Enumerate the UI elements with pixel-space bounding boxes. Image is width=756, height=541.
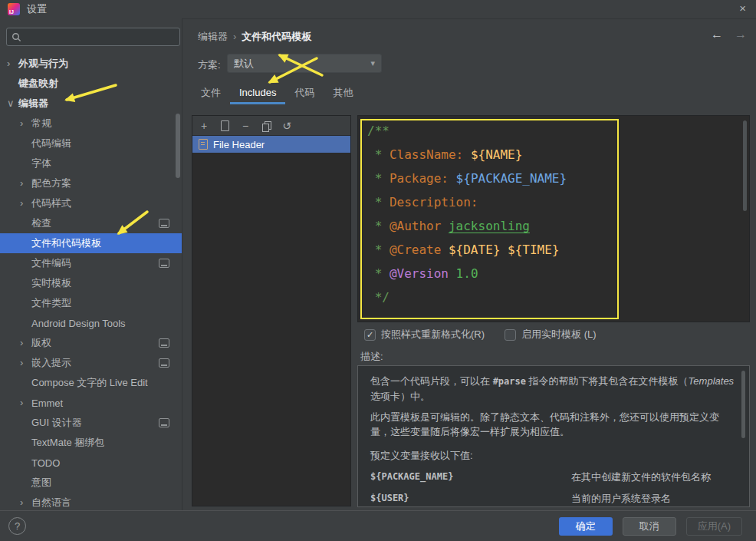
template-editor[interactable]: /** * ClassName: ${NAME} * Package: ${PA…	[357, 115, 750, 322]
sidebar-item-general[interactable]: ›常规	[0, 114, 182, 134]
chevron-right-icon: ›	[20, 333, 31, 353]
back-icon[interactable]: ←	[711, 28, 723, 41]
sidebar-item-compose-live-edit[interactable]: Compose 文字的 Live Edit	[0, 373, 182, 393]
sidebar-item-keymap[interactable]: 键盘映射	[0, 74, 182, 94]
sidebar-item-color-scheme[interactable]: ›配色方案	[0, 173, 182, 193]
settings-badge-icon	[159, 259, 169, 268]
sidebar-item-todo[interactable]: TODO	[0, 453, 182, 473]
window-title: 设置	[27, 2, 47, 16]
search-icon	[12, 32, 21, 42]
sidebar-item-editor[interactable]: ∨编辑器	[0, 94, 182, 114]
breadcrumb-separator-icon: ›	[233, 31, 236, 42]
copy-icon[interactable]	[260, 120, 272, 132]
sidebar-item-code-editing[interactable]: 代码编辑	[0, 134, 182, 153]
sidebar-item-textmate[interactable]: TextMate 捆绑包	[0, 433, 182, 453]
sidebar-item-code-style[interactable]: ›代码样式	[0, 193, 182, 213]
settings-badge-icon	[159, 418, 169, 427]
remove-icon[interactable]: −	[239, 120, 251, 132]
scheme-label: 方案:	[198, 58, 221, 72]
code-line: * @Author jacksonling	[367, 214, 567, 238]
sidebar-item-android-design-tools[interactable]: Android Design Tools	[0, 313, 182, 333]
tab-other[interactable]: 其他	[324, 81, 362, 104]
variable-row: ${PACKAGE_NAME} 在其中创建新文件的软件包名称	[370, 470, 737, 484]
search-input[interactable]	[21, 31, 179, 43]
breadcrumb-parent[interactable]: 编辑器	[198, 31, 228, 42]
chevron-right-icon: ›	[20, 173, 31, 193]
tab-code[interactable]: 代码	[285, 81, 324, 104]
ok-button[interactable]: 确定	[559, 517, 613, 536]
settings-badge-icon	[159, 358, 169, 368]
history-nav: ← →	[711, 28, 747, 41]
check-icon: ✓	[366, 330, 373, 340]
description-paragraph-3: 预定义变量接收以下值:	[370, 448, 737, 463]
scheme-dropdown[interactable]: 默认 ▾	[227, 54, 382, 73]
breadcrumb: 编辑器›文件和代码模板	[198, 30, 311, 44]
dialog-footer: ? 确定 取消 应用(A)	[0, 510, 756, 541]
description-paragraph-1: 包含一个代码片段，可以在 #parse 指令的帮助下将其包含在文件模板（Temp…	[370, 374, 737, 404]
code-line: /**	[367, 119, 567, 143]
sidebar-item-font[interactable]: 字体	[0, 153, 182, 173]
sidebar-item-appearance-behavior[interactable]: ›外观与行为	[0, 54, 182, 74]
code-line: * Description:	[367, 190, 567, 214]
apply-button: 应用(A)	[686, 517, 742, 536]
title-bar: IJ 设置 ×	[0, 0, 756, 19]
variable-row: ${USER} 当前的用户系统登录名	[370, 491, 737, 506]
sidebar-scrollbar[interactable]	[176, 114, 180, 178]
sidebar-item-emmet[interactable]: ›Emmet	[0, 393, 182, 413]
parse-directive: #parse	[493, 376, 526, 387]
code-line: * @Create ${DATE} ${TIME}	[367, 238, 567, 262]
settings-search-box[interactable]	[6, 28, 180, 46]
close-icon[interactable]: ×	[739, 2, 746, 15]
forward-icon[interactable]: →	[735, 28, 747, 41]
chevron-down-icon: ∨	[7, 94, 18, 114]
template-list-panel: + − ↺ File Header	[192, 115, 351, 506]
revert-icon[interactable]: ↺	[281, 120, 293, 132]
chevron-right-icon: ›	[20, 114, 31, 134]
list-item-file-header[interactable]: File Header	[192, 136, 350, 153]
reformat-label: 按照样式重新格式化(R)	[381, 328, 485, 341]
create-template-icon[interactable]	[219, 120, 231, 132]
scheme-value: 默认	[234, 57, 254, 71]
sidebar-item-inlay-hints[interactable]: ›嵌入提示	[0, 353, 182, 373]
page-title: 文件和代码模板	[242, 31, 311, 42]
chevron-down-icon: ▾	[370, 58, 375, 68]
tab-files[interactable]: 文件	[192, 81, 230, 104]
reformat-checkbox[interactable]: ✓	[364, 329, 376, 341]
live-templates-checkbox[interactable]	[505, 329, 516, 341]
settings-tree: ›外观与行为 键盘映射 ∨编辑器 ›常规 代码编辑 字体 ›配色方案 ›代码样式…	[0, 54, 182, 513]
sidebar-item-file-types[interactable]: 文件类型	[0, 293, 182, 313]
code-line: */	[367, 285, 567, 309]
description-scrollbar[interactable]	[741, 371, 745, 438]
code-line: * @Version 1.0	[367, 262, 567, 285]
sidebar-item-file-and-code-templates[interactable]: 文件和代码模板	[0, 233, 182, 253]
sidebar-item-inspections[interactable]: 检查	[0, 213, 182, 233]
code-line: * Package: ${PACKAGE_NAME}	[367, 167, 567, 190]
editor-scrollbar[interactable]	[743, 120, 747, 211]
help-icon[interactable]: ?	[8, 517, 26, 535]
add-icon[interactable]: +	[198, 120, 210, 132]
description-label: 描述:	[360, 350, 383, 364]
template-options: ✓ 按照样式重新格式化(R) 启用实时模板 (L)	[364, 328, 597, 341]
chevron-right-icon: ›	[20, 353, 31, 373]
settings-badge-icon	[159, 338, 169, 348]
chevron-right-icon: ›	[7, 54, 18, 74]
code-line: * ClassName: ${NAME}	[367, 143, 567, 167]
template-file-icon	[199, 139, 208, 150]
list-toolbar: + − ↺	[192, 116, 350, 136]
sidebar-item-intentions[interactable]: 意图	[0, 473, 182, 493]
intellij-logo-icon: IJ	[8, 3, 20, 15]
settings-sidebar: ›外观与行为 键盘映射 ∨编辑器 ›常规 代码编辑 字体 ›配色方案 ›代码样式…	[0, 18, 182, 511]
sidebar-item-file-encodings[interactable]: 文件编码	[0, 253, 182, 273]
chevron-right-icon: ›	[20, 393, 31, 413]
description-paragraph-2: 此内置模板是可编辑的。除了静态文本、代码和注释外，您还可以使用预定义变量，这些变…	[370, 410, 737, 439]
cancel-button[interactable]: 取消	[623, 517, 676, 536]
template-code: /** * ClassName: ${NAME} * Package: ${PA…	[367, 119, 567, 309]
tab-includes[interactable]: Includes	[230, 81, 285, 104]
description-panel: 包含一个代码片段，可以在 #parse 指令的帮助下将其包含在文件模板（Temp…	[357, 365, 750, 507]
sidebar-item-copyright[interactable]: ›版权	[0, 333, 182, 353]
sidebar-item-live-templates[interactable]: 实时模板	[0, 273, 182, 293]
sidebar-item-gui-designer[interactable]: GUI 设计器	[0, 413, 182, 433]
live-templates-label: 启用实时模板 (L)	[521, 328, 597, 341]
template-tabs: 文件 Includes 代码 其他	[192, 81, 362, 104]
chevron-right-icon: ›	[20, 193, 31, 213]
